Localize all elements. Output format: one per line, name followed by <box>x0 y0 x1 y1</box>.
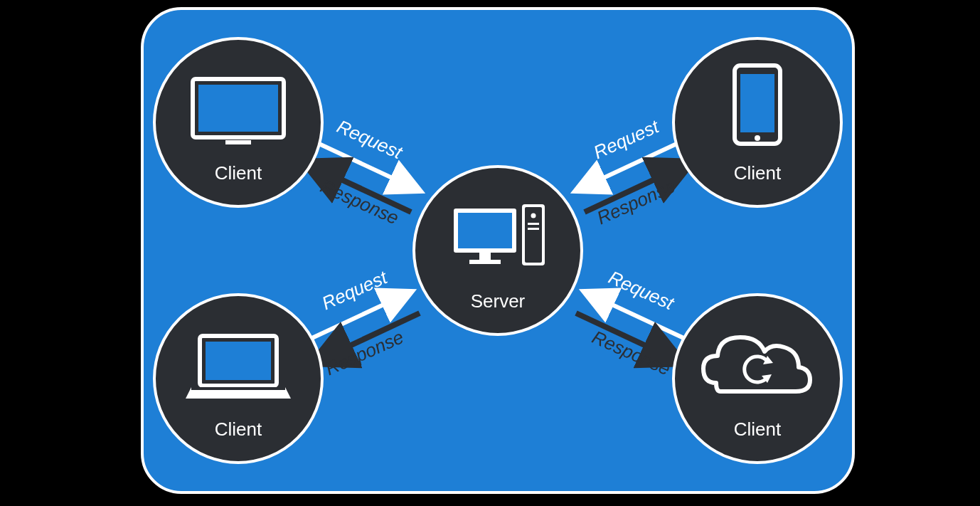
svg-rect-17 <box>528 228 539 230</box>
svg-rect-10 <box>458 213 512 248</box>
svg-point-15 <box>531 214 536 218</box>
client-phone-label: Client <box>734 162 782 184</box>
svg-rect-28 <box>206 342 271 380</box>
svg-rect-24 <box>740 74 774 132</box>
laptop-icon <box>186 336 291 399</box>
client-phone-node: Client <box>673 38 841 206</box>
client-server-diagram: Request Response Request Response Reques… <box>0 0 980 506</box>
server-label: Server <box>471 290 526 312</box>
svg-point-25 <box>755 135 760 141</box>
client-cloud-label: Client <box>734 418 782 440</box>
client-cloud-node: Client <box>673 295 841 463</box>
svg-rect-29 <box>191 387 285 390</box>
server-node: Server <box>414 167 582 334</box>
svg-rect-21 <box>225 140 251 144</box>
client-tv-label: Client <box>215 162 262 184</box>
svg-rect-11 <box>479 253 491 260</box>
phone-icon <box>735 65 780 144</box>
svg-rect-12 <box>469 260 501 264</box>
client-laptop-node: Client <box>154 295 322 463</box>
svg-rect-16 <box>528 223 539 225</box>
svg-rect-20 <box>198 85 278 132</box>
client-laptop-label: Client <box>215 418 262 440</box>
client-tv-node: Client <box>154 38 322 206</box>
